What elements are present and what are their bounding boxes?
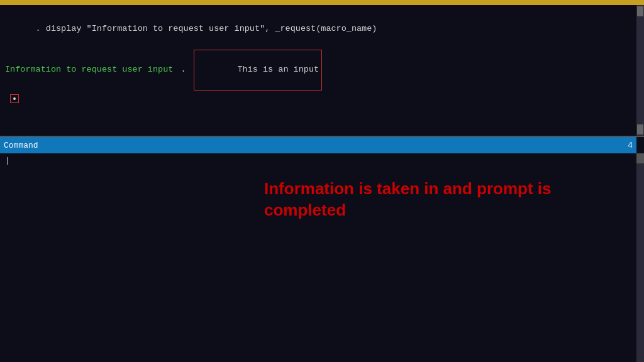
command-number: 4 (628, 141, 633, 150)
editor-content: . display "Information to request user i… (0, 5, 644, 108)
scroll-btn-top (636, 153, 644, 163)
dot-separator: . (175, 63, 191, 76)
input-value: This is an input (237, 65, 319, 74)
top-bar (0, 0, 644, 5)
scroll-thumb-bottom (637, 124, 643, 134)
command-header: Command 4 (0, 137, 636, 153)
command-scrollbar[interactable] (636, 153, 644, 362)
code-line-2: Information to request user input . This… (5, 50, 641, 90)
command-body: | Information is taken in and prompt is … (0, 153, 644, 168)
command-pane: Command 4 | Information is taken in and … (0, 137, 644, 362)
code-line-1: . display "Information to request user i… (5, 10, 641, 48)
editor-scrollbar[interactable] (636, 5, 644, 136)
input-box: This is an input (194, 50, 322, 90)
scroll-thumb-top (637, 6, 643, 16)
command-label: Command (4, 141, 38, 150)
green-text: Information to request user input (5, 63, 173, 76)
code-line-3 (5, 94, 641, 103)
code-text-1: . display "Information to request user i… (36, 24, 377, 33)
dot-indicator (13, 97, 16, 100)
annotation-text: Information is taken in and prompt is co… (264, 178, 566, 221)
small-red-box (10, 94, 19, 103)
editor-pane: . display "Information to request user i… (0, 5, 644, 137)
annotation-content: Information is taken in and prompt is co… (264, 179, 552, 219)
cursor-line: | (5, 156, 639, 165)
